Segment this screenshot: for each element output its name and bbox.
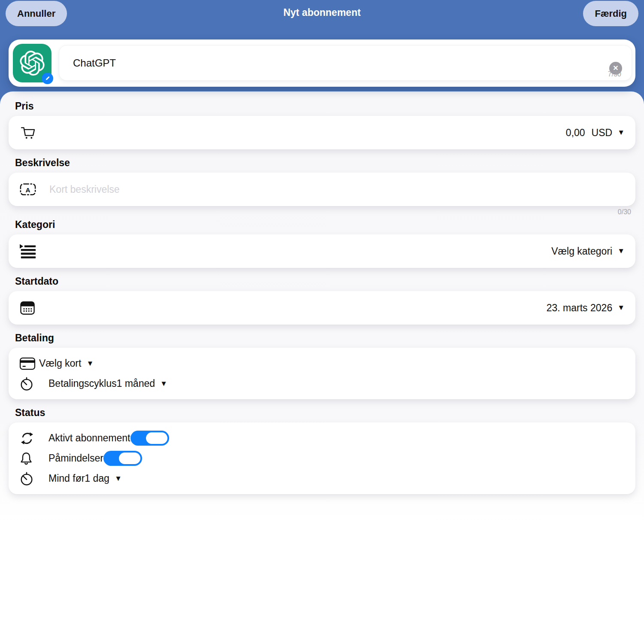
kategori-section-label: Kategori <box>15 218 629 231</box>
pencil-icon <box>44 75 51 82</box>
startdate-caret-icon: ▼ <box>617 304 625 312</box>
description-char-counter: 0/30 <box>0 208 631 216</box>
form-sheet: Pris 0,00 USD ▼ Beskrivelse A <box>0 91 644 644</box>
price-amount[interactable]: 0,00 <box>566 127 585 139</box>
active-subscription-row: Aktivt abonnement <box>19 428 627 448</box>
reminders-toggle[interactable] <box>103 451 142 466</box>
openai-logo-icon <box>20 51 45 76</box>
timer-icon <box>19 471 39 486</box>
betaling-section-label: Betaling <box>15 331 629 344</box>
payment-card-caret-icon: ▼ <box>86 359 94 368</box>
reminders-row: Påmindelser <box>19 448 627 468</box>
status-section-label: Status <box>15 406 629 419</box>
currency-value[interactable]: USD <box>592 127 613 139</box>
billing-cycle-value[interactable]: 1 måned <box>117 378 155 389</box>
remind-before-row[interactable]: Mind før 1 dag ▼ <box>19 468 627 489</box>
calendar-icon <box>19 300 39 316</box>
svg-text:A: A <box>25 186 30 194</box>
active-subscription-label: Aktivt abonnement <box>49 432 131 444</box>
startdate-value[interactable]: 23. marts 2026 <box>547 302 612 314</box>
category-row[interactable]: Vælg kategori ▼ <box>9 234 635 268</box>
toggle-knob <box>146 432 167 444</box>
active-subscription-toggle[interactable] <box>131 431 169 446</box>
remind-before-value[interactable]: 1 dag <box>85 473 109 484</box>
startdato-section-label: Startdato <box>15 275 629 288</box>
payment-card: Vælg kort ▼ Betalingscyklus 1 måned ▼ <box>9 348 635 399</box>
subscription-name-input[interactable] <box>72 46 584 80</box>
new-subscription-screen: Annuller Nyt abonnement Færdig ✕ 7/30 Pr… <box>0 0 644 644</box>
text-badge-icon: A <box>19 182 39 197</box>
identity-card: ✕ 7/30 <box>9 39 635 87</box>
payment-card-row[interactable]: Vælg kort ▼ <box>19 353 627 374</box>
category-caret-icon: ▼ <box>617 247 625 255</box>
reminders-label: Påmindelser <box>49 453 103 464</box>
payment-card-value[interactable]: Vælg kort <box>39 358 81 369</box>
toggle-knob <box>119 453 140 464</box>
category-list-icon <box>19 243 39 259</box>
chatgpt-app-icon[interactable] <box>13 44 52 82</box>
category-value[interactable]: Vælg kategori <box>551 246 612 257</box>
bell-icon <box>19 451 39 466</box>
recurring-arrows-icon <box>19 431 39 446</box>
timer-icon <box>19 377 39 391</box>
description-placeholder: Kort beskrivelse <box>49 184 120 195</box>
credit-card-icon <box>19 357 39 371</box>
navbar: Annuller Nyt abonnement Færdig <box>0 0 644 38</box>
status-card: Aktivt abonnement Påmindelser <box>9 422 635 494</box>
billing-cycle-label: Betalingscyklus <box>49 378 117 389</box>
cart-icon <box>19 124 39 141</box>
startdate-row[interactable]: 23. marts 2026 ▼ <box>9 291 635 325</box>
currency-caret-icon: ▼ <box>617 128 625 137</box>
page-title: Nyt abonnement <box>0 7 644 18</box>
price-row[interactable]: 0,00 USD ▼ <box>9 116 635 149</box>
name-field: ✕ 7/30 <box>59 45 632 81</box>
remind-before-caret-icon: ▼ <box>115 474 122 483</box>
billing-cycle-caret-icon: ▼ <box>160 380 167 388</box>
remind-before-label: Mind før <box>49 473 85 484</box>
pris-section-label: Pris <box>15 100 629 112</box>
billing-cycle-row[interactable]: Betalingscyklus 1 måned ▼ <box>19 374 627 394</box>
edit-icon-badge[interactable] <box>42 73 53 84</box>
beskrivelse-section-label: Beskrivelse <box>15 156 629 169</box>
description-row[interactable]: A Kort beskrivelse <box>9 173 635 206</box>
name-char-counter: 7/30 <box>608 70 621 78</box>
